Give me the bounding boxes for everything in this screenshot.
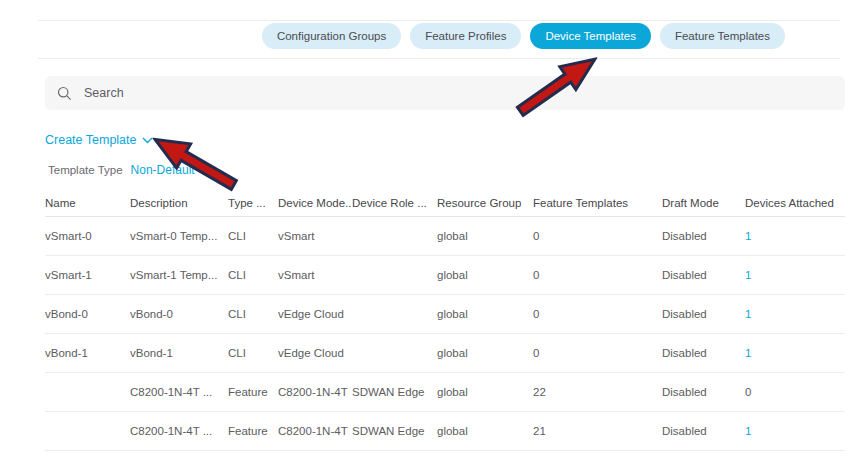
cell-type: CLI (228, 230, 278, 242)
col-resource-group: Resource Group (437, 197, 533, 209)
cell-name: vSmart-1 (45, 269, 130, 281)
cell-draft-mode: Disabled (662, 347, 745, 359)
cell-description: vSmart-1 Temp... (130, 269, 228, 281)
table-row: vBond-0 vBond-0 CLI vEdge Cloud global 0… (45, 295, 845, 334)
cell-device-model: vEdge Cloud (278, 308, 352, 320)
template-type-value: Non-Default (131, 163, 195, 177)
devices-attached-link[interactable]: 1 (745, 425, 845, 437)
divider (38, 58, 840, 59)
col-description: Description (130, 197, 228, 209)
create-template-button[interactable]: Create Template (45, 133, 153, 147)
col-device-role: Device Role ... (352, 197, 437, 209)
cell-device-model: C8200-1N-4T (278, 386, 352, 398)
cell-resource-group: global (437, 425, 533, 437)
cell-device-model: vEdge Cloud (278, 347, 352, 359)
cell-description: C8200-1N-4T ... (130, 425, 228, 437)
cell-description: vBond-0 (130, 308, 228, 320)
devices-attached-link[interactable]: 1 (745, 269, 845, 281)
devices-attached-link[interactable]: 1 (745, 230, 845, 242)
create-template-label: Create Template (45, 133, 137, 147)
table-header-row: Name Description Type ... Device Mode...… (45, 190, 845, 217)
table-row: vSmart-0 vSmart-0 Temp... CLI vSmart glo… (45, 217, 845, 256)
cell-draft-mode: Disabled (662, 425, 745, 437)
cell-feature-templates: 21 (533, 425, 662, 437)
cell-feature-templates: 22 (533, 386, 662, 398)
cell-device-model: vSmart (278, 230, 352, 242)
cell-device-role: SDWAN Edge (352, 386, 437, 398)
cell-type: CLI (228, 347, 278, 359)
col-type: Type ... (228, 197, 278, 209)
template-type-dropdown[interactable]: Non-Default (131, 163, 210, 177)
cell-device-model: vSmart (278, 269, 352, 281)
cell-description: C8200-1N-4T ... (130, 386, 228, 398)
search-input[interactable] (82, 85, 833, 101)
cell-draft-mode: Disabled (662, 269, 745, 281)
col-draft-mode: Draft Mode (662, 197, 745, 209)
cell-feature-templates: 0 (533, 269, 662, 281)
config-tab-bar: Configuration Groups Feature Profiles De… (262, 23, 785, 49)
table-row: C8200-1N-4T ... Feature C8200-1N-4T SDWA… (45, 373, 845, 412)
col-device-model: Device Mode... (278, 197, 352, 209)
col-name: Name (45, 197, 130, 209)
cell-devices-attached: 0 (745, 386, 845, 398)
cell-name: vSmart-0 (45, 230, 130, 242)
tab-feature-templates[interactable]: Feature Templates (660, 23, 785, 49)
cell-resource-group: global (437, 308, 533, 320)
cell-type: CLI (228, 269, 278, 281)
tab-feature-profiles[interactable]: Feature Profiles (410, 23, 521, 49)
template-type-label: Template Type (48, 164, 123, 176)
cell-feature-templates: 0 (533, 230, 662, 242)
col-feature-templates: Feature Templates (533, 197, 662, 209)
tab-device-templates[interactable]: Device Templates (530, 23, 651, 49)
cell-draft-mode: Disabled (662, 386, 745, 398)
template-type-filter: Template Type Non-Default (48, 163, 210, 177)
cell-resource-group: global (437, 269, 533, 281)
col-devices-attached: Devices Attached (745, 197, 845, 209)
divider (38, 20, 840, 21)
cell-feature-templates: 0 (533, 347, 662, 359)
cell-resource-group: global (437, 347, 533, 359)
chevron-down-icon (142, 137, 153, 144)
cell-description: vBond-1 (130, 347, 228, 359)
cell-name: vBond-1 (45, 347, 130, 359)
cell-resource-group: global (437, 386, 533, 398)
search-bar[interactable] (45, 76, 845, 110)
cell-type: CLI (228, 308, 278, 320)
device-templates-table: Name Description Type ... Device Mode...… (45, 190, 845, 451)
table-row: vBond-1 vBond-1 CLI vEdge Cloud global 0… (45, 334, 845, 373)
cell-resource-group: global (437, 230, 533, 242)
cell-device-role: SDWAN Edge (352, 425, 437, 437)
cell-name: vBond-0 (45, 308, 130, 320)
cell-draft-mode: Disabled (662, 230, 745, 242)
table-row: vSmart-1 vSmart-1 Temp... CLI vSmart glo… (45, 256, 845, 295)
tab-configuration-groups[interactable]: Configuration Groups (262, 23, 401, 49)
cell-device-model: C8200-1N-4T (278, 425, 352, 437)
cell-type: Feature (228, 425, 278, 437)
table-row: C8200-1N-4T ... Feature C8200-1N-4T SDWA… (45, 412, 845, 451)
cell-type: Feature (228, 386, 278, 398)
chevron-down-icon (200, 167, 210, 174)
search-icon (57, 86, 72, 101)
device-templates-page: Configuration Groups Feature Profiles De… (0, 0, 859, 474)
cell-feature-templates: 0 (533, 308, 662, 320)
cell-draft-mode: Disabled (662, 308, 745, 320)
cell-description: vSmart-0 Temp... (130, 230, 228, 242)
devices-attached-link[interactable]: 1 (745, 308, 845, 320)
devices-attached-link[interactable]: 1 (745, 347, 845, 359)
